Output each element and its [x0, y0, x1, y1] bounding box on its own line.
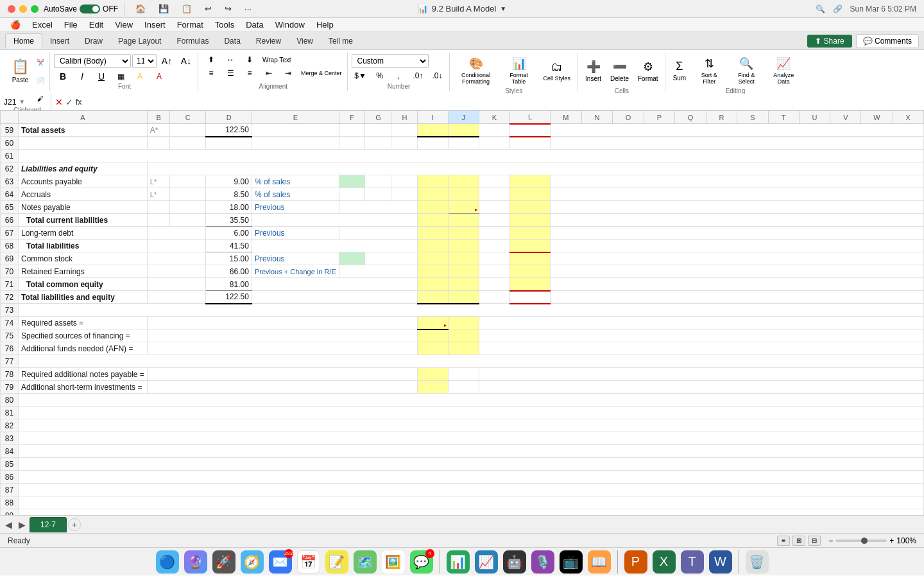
- menu-help[interactable]: Help: [311, 19, 339, 31]
- cell-64-B[interactable]: L*: [147, 188, 170, 201]
- col-header-I[interactable]: I: [418, 111, 448, 124]
- zoom-out-button[interactable]: −: [828, 536, 833, 545]
- decimal-increase-button[interactable]: .0↑: [409, 70, 427, 82]
- undo-btn[interactable]: ↩: [201, 3, 216, 15]
- cell-59-J[interactable]: [448, 124, 479, 137]
- cell-70-J[interactable]: [448, 265, 479, 278]
- col-header-N[interactable]: N: [581, 111, 612, 124]
- cancel-formula-icon[interactable]: ✕: [55, 97, 63, 107]
- col-header-B[interactable]: B: [147, 111, 170, 124]
- font-color-button[interactable]: A: [150, 71, 168, 82]
- merge-center-button[interactable]: Merge & Center: [298, 69, 345, 78]
- col-header-L[interactable]: L: [509, 111, 550, 124]
- currency-button[interactable]: $▼: [352, 70, 370, 82]
- redo-btn[interactable]: ↪: [221, 3, 235, 15]
- col-header-K[interactable]: K: [479, 111, 509, 124]
- dock-powerpoint[interactable]: P: [624, 550, 647, 574]
- cell-63-E[interactable]: % of sales: [252, 175, 339, 188]
- cell-68-L[interactable]: [509, 240, 550, 252]
- cell-65-L[interactable]: [509, 201, 550, 214]
- col-header-A[interactable]: A: [19, 111, 148, 124]
- cell-60-E[interactable]: [252, 137, 339, 150]
- cell-74-I[interactable]: ▸: [418, 317, 448, 329]
- align-center-button[interactable]: ☰: [221, 67, 239, 79]
- cell-63-A[interactable]: Accounts payable: [19, 175, 148, 188]
- dock-trash[interactable]: 🗑️: [746, 550, 769, 574]
- cell-79-A[interactable]: Additional short-term investments =: [19, 381, 148, 394]
- cell-74-J[interactable]: [448, 317, 479, 329]
- cell-69-F[interactable]: [339, 252, 365, 265]
- cell-75-I[interactable]: [418, 329, 448, 342]
- tab-view[interactable]: View: [289, 34, 321, 48]
- cell-64-F[interactable]: [339, 188, 365, 201]
- share-button[interactable]: ⬆ Share: [807, 35, 852, 48]
- cell-71-L[interactable]: [509, 278, 550, 291]
- cell-69-J[interactable]: [448, 252, 479, 265]
- cell-64-L[interactable]: [509, 188, 550, 201]
- cell-60-B[interactable]: [147, 137, 170, 150]
- cell-60-A[interactable]: [19, 137, 148, 150]
- cell-69-K[interactable]: [479, 252, 509, 265]
- percent-button[interactable]: %: [371, 70, 389, 82]
- col-header-M[interactable]: M: [551, 111, 582, 124]
- cell-68-A[interactable]: Total liabilities: [19, 240, 148, 252]
- cell-64-G[interactable]: [365, 188, 391, 201]
- cell-66-D[interactable]: 35.50: [206, 214, 252, 227]
- cell-60-J[interactable]: [448, 137, 479, 150]
- cell-59-E[interactable]: [252, 124, 339, 137]
- cell-63-G[interactable]: [365, 175, 391, 188]
- cell-styles-button[interactable]: 🗂 Cell Styles: [540, 54, 575, 87]
- cell-66-J[interactable]: [448, 214, 479, 227]
- tab-review[interactable]: Review: [248, 34, 289, 48]
- cell-65-B[interactable]: [147, 201, 170, 214]
- dock-siri[interactable]: 🔮: [184, 550, 207, 574]
- cell-69-A[interactable]: Common stock: [19, 252, 148, 265]
- align-top-button[interactable]: ⬆: [202, 54, 220, 66]
- cell-64-H[interactable]: [391, 188, 418, 201]
- cell-68-K[interactable]: [479, 240, 509, 252]
- more-btn[interactable]: ···: [241, 3, 255, 15]
- save-btn[interactable]: 💾: [155, 3, 173, 15]
- minimize-button[interactable]: [19, 5, 27, 13]
- dock-word[interactable]: W: [709, 550, 732, 574]
- cell-65-D[interactable]: 18.00: [206, 201, 252, 214]
- cell-63-H[interactable]: [391, 175, 418, 188]
- increase-indent-button[interactable]: ⇥: [279, 67, 297, 79]
- menu-tools[interactable]: Tools: [210, 19, 239, 31]
- tab-formulas[interactable]: Formulas: [169, 34, 216, 48]
- cell-78-J[interactable]: [448, 368, 479, 381]
- cell-59-G[interactable]: [365, 124, 391, 137]
- cell-79-J[interactable]: [448, 381, 479, 394]
- cell-63-C[interactable]: [170, 175, 206, 188]
- number-format-selector[interactable]: Custom: [352, 54, 429, 68]
- tab-insert[interactable]: Insert: [42, 34, 77, 48]
- cell-60-D[interactable]: [206, 137, 252, 150]
- cell-65-I[interactable]: [418, 201, 448, 214]
- paste-button[interactable]: 📋 Paste: [8, 54, 33, 87]
- dock-keynote[interactable]: 📈: [475, 550, 498, 574]
- align-bottom-button[interactable]: ⬇: [241, 54, 259, 66]
- cell-63-I[interactable]: [418, 175, 448, 188]
- cell-66-K[interactable]: [479, 214, 509, 227]
- cell-66-C[interactable]: [170, 214, 206, 227]
- cell-60-I[interactable]: [418, 137, 448, 150]
- cell-67-D[interactable]: 6.00: [206, 227, 252, 240]
- zoom-slider[interactable]: [835, 539, 887, 542]
- dock-apple-tv[interactable]: 📺: [560, 550, 583, 574]
- sheet-next-button[interactable]: ▶: [16, 518, 28, 531]
- cell-72-A[interactable]: Total liabilities and equity: [19, 291, 148, 304]
- col-header-S[interactable]: S: [737, 111, 768, 124]
- cell-70-K[interactable]: [479, 265, 509, 278]
- cell-70-I[interactable]: [418, 265, 448, 278]
- dock-mail[interactable]: ✉️ 283: [269, 550, 292, 574]
- cell-70-E[interactable]: Previous + Change in R/E: [252, 265, 339, 278]
- tab-draw[interactable]: Draw: [77, 34, 110, 48]
- col-header-V[interactable]: V: [830, 111, 861, 124]
- dock-numbers[interactable]: 📊: [447, 550, 470, 574]
- tab-tell-me[interactable]: Tell me: [321, 34, 361, 48]
- fill-color-button[interactable]: A: [131, 71, 149, 82]
- cell-60-H[interactable]: [391, 137, 418, 150]
- cell-60-G[interactable]: [365, 137, 391, 150]
- cell-60-L[interactable]: [509, 137, 550, 150]
- cell-69-E[interactable]: Previous: [252, 252, 339, 265]
